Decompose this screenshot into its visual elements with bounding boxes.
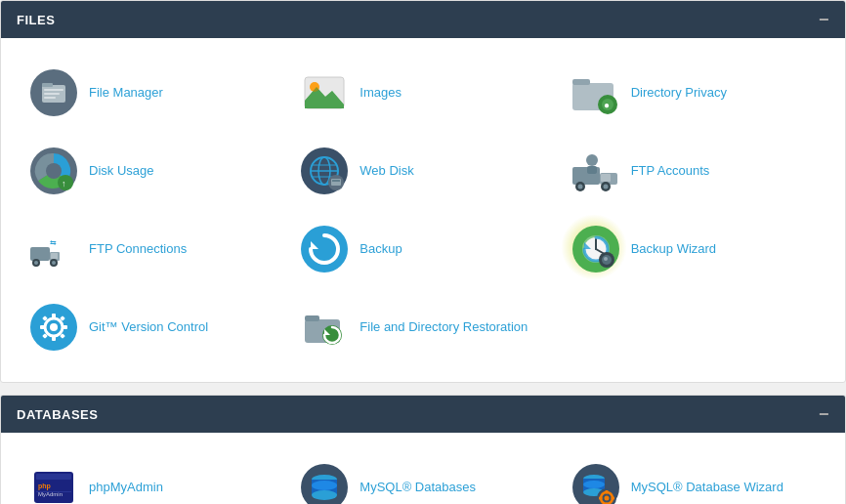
svg-point-43	[52, 261, 56, 265]
directory-privacy-icon: ●	[571, 69, 621, 116]
menu-item-images[interactable]: Images	[287, 58, 558, 128]
mysql-icon-wrap	[299, 462, 350, 504]
menu-item-backup[interactable]: Backup	[287, 214, 558, 284]
backup-icon	[301, 226, 348, 273]
svg-point-34	[603, 185, 608, 189]
directory-privacy-label: Directory Privacy	[631, 84, 727, 102]
ftp-accounts-label: FTP Accounts	[631, 162, 710, 180]
svg-rect-94	[599, 497, 603, 500]
menu-item-ftp-accounts[interactable]: FTP Accounts	[559, 136, 829, 206]
databases-section-body: php MyAdmin phpMyAdmin MySQL® Databas	[1, 433, 845, 504]
svg-point-32	[577, 185, 582, 189]
svg-rect-5	[44, 97, 56, 99]
mysql-databases-label: MySQL® Databases	[360, 479, 476, 496]
backup-wizard-label: Backup Wizard	[631, 240, 716, 258]
git-icon-wrap	[28, 302, 79, 353]
databases-section-header: DATABASES −	[1, 396, 845, 433]
disk-usage-icon-wrap: ↑	[28, 146, 79, 196]
menu-item-web-disk[interactable]: Web Disk	[287, 136, 558, 206]
backup-icon-wrap	[299, 224, 350, 274]
svg-rect-3	[44, 89, 63, 91]
files-section: FILES − File Manager	[0, 0, 846, 383]
ftp-accounts-icon-wrap	[571, 146, 621, 196]
files-collapse-button[interactable]: −	[819, 11, 829, 28]
svg-rect-30	[601, 174, 611, 182]
git-version-control-label: Git™ Version Control	[89, 318, 208, 336]
svg-rect-71	[305, 315, 319, 321]
file-restore-icon-wrap	[299, 302, 350, 353]
databases-section: DATABASES − php MyAdmin phpMyAdmin	[0, 395, 846, 504]
backup-wizard-icon-wrap	[571, 224, 621, 274]
web-disk-label: Web Disk	[360, 162, 413, 180]
backup-label: Backup	[360, 240, 402, 258]
svg-rect-27	[332, 180, 340, 182]
svg-point-35	[586, 154, 598, 166]
svg-rect-2	[42, 83, 53, 87]
svg-rect-78	[36, 491, 71, 492]
menu-item-phpmyadmin[interactable]: php MyAdmin phpMyAdmin	[17, 452, 287, 504]
svg-rect-62	[52, 314, 56, 318]
ftp-connections-icon-wrap: ⇆	[28, 224, 79, 274]
svg-rect-65	[63, 325, 67, 329]
disk-usage-label: Disk Usage	[89, 162, 153, 180]
git-icon	[30, 304, 77, 351]
svg-rect-4	[44, 93, 60, 95]
svg-rect-64	[40, 325, 45, 329]
mysql-wizard-icon-wrap	[571, 462, 621, 504]
phpmyadmin-label: phpMyAdmin	[89, 479, 163, 496]
disk-usage-icon: ↑	[30, 147, 77, 194]
svg-rect-39	[51, 253, 58, 259]
svg-point-48	[301, 226, 348, 273]
phpmyadmin-icon-wrap: php MyAdmin	[28, 462, 79, 504]
mysql-wizard-icon	[572, 464, 619, 504]
ftp-connections-label: FTP Connections	[89, 240, 187, 258]
images-icon	[301, 69, 348, 116]
mysql-database-wizard-label: MySQL® Database Wizard	[631, 479, 783, 496]
files-section-body: File Manager Images	[1, 38, 845, 382]
svg-rect-11	[572, 79, 590, 85]
svg-point-61	[50, 323, 58, 331]
file-directory-restoration-label: File and Directory Restoration	[360, 318, 528, 336]
menu-item-mysql-database-wizard[interactable]: MySQL® Database Wizard	[559, 452, 829, 504]
menu-item-directory-privacy[interactable]: ● Directory Privacy	[559, 58, 829, 128]
svg-text:●: ●	[604, 100, 610, 110]
svg-rect-37	[30, 247, 50, 261]
svg-rect-63	[52, 336, 56, 341]
ftp-accounts-icon	[571, 147, 621, 194]
svg-rect-36	[587, 166, 597, 174]
images-icon-wrap	[299, 67, 350, 118]
svg-point-91	[604, 496, 609, 501]
menu-item-mysql-databases[interactable]: MySQL® Databases	[287, 452, 558, 504]
backup-wizard-icon	[572, 226, 619, 273]
images-label: Images	[360, 84, 402, 102]
menu-item-ftp-connections[interactable]: ⇆ FTP Connections	[17, 214, 287, 284]
svg-rect-75	[36, 474, 71, 480]
file-manager-label: File Manager	[89, 84, 163, 102]
databases-section-title: DATABASES	[17, 407, 98, 422]
files-section-title: FILES	[17, 13, 55, 27]
svg-text:php: php	[38, 483, 51, 490]
menu-item-disk-usage[interactable]: ↑ Disk Usage	[17, 136, 287, 206]
menu-item-file-directory-restoration[interactable]: File and Directory Restoration	[287, 292, 558, 362]
directory-privacy-icon-wrap: ●	[571, 67, 621, 118]
file-restore-icon	[301, 304, 348, 351]
svg-rect-92	[605, 490, 608, 494]
menu-item-file-manager[interactable]: File Manager	[17, 58, 287, 128]
menu-item-git-version-control[interactable]: Git™ Version Control	[17, 292, 287, 362]
svg-text:↑: ↑	[62, 179, 66, 189]
file-manager-icon-wrap	[28, 67, 79, 118]
svg-point-88	[583, 481, 605, 488]
files-section-header: FILES −	[1, 1, 845, 38]
svg-text:⇆: ⇆	[50, 238, 57, 247]
file-manager-icon	[30, 69, 77, 116]
mysql-icon	[301, 464, 348, 504]
menu-item-backup-wizard[interactable]: Backup Wizard	[559, 214, 829, 284]
svg-point-83	[312, 481, 337, 490]
svg-point-41	[34, 261, 38, 265]
svg-point-58	[604, 257, 608, 261]
databases-collapse-button[interactable]: −	[819, 405, 829, 423]
svg-rect-95	[611, 497, 614, 500]
phpmyadmin-icon: php MyAdmin	[30, 464, 77, 504]
ftp-connections-icon: ⇆	[28, 226, 79, 273]
svg-point-82	[312, 490, 337, 500]
